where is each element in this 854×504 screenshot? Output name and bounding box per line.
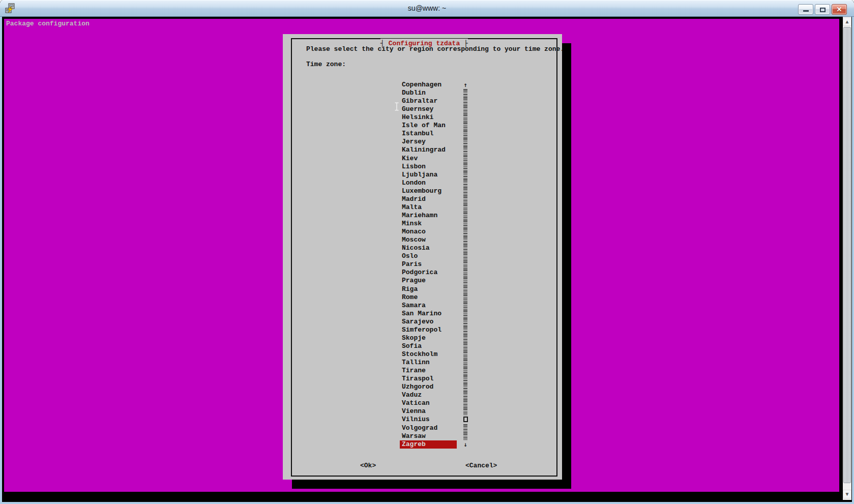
- list-item[interactable]: Ljubljana: [400, 171, 457, 179]
- window-scrollbar[interactable]: ▲ ▼: [843, 17, 851, 500]
- scrollbar-up-button[interactable]: ▲: [843, 17, 851, 26]
- scrollbar-shade-block: [463, 350, 467, 359]
- scrollbar-shade-block: [463, 163, 467, 171]
- scrollbar-shade-block: [463, 105, 467, 113]
- list-item[interactable]: Copenhagen: [400, 81, 457, 89]
- list-item[interactable]: Minsk: [400, 220, 457, 228]
- list-item[interactable]: Guernsey: [400, 105, 457, 113]
- scrollbar-shade-block: [463, 269, 467, 277]
- list-item[interactable]: Kaliningrad: [400, 146, 457, 154]
- list-item[interactable]: Tiraspol: [400, 375, 457, 383]
- minimize-icon: [803, 10, 809, 12]
- list-item[interactable]: Samara: [400, 302, 457, 310]
- list-item[interactable]: Tirane: [400, 367, 457, 375]
- scrollbar-shade-block: [463, 399, 467, 407]
- minimize-button[interactable]: [798, 4, 813, 15]
- scrollbar-shade-block: [463, 302, 467, 310]
- list-item-selected[interactable]: Zagreb: [400, 440, 457, 449]
- list-item[interactable]: Warsaw: [400, 432, 457, 440]
- list-item[interactable]: London: [400, 179, 457, 187]
- list-item[interactable]: Vatican: [400, 399, 457, 407]
- scrollbar-shade-block: [463, 203, 467, 212]
- scrollbar-shade-block: [463, 122, 467, 130]
- list-item[interactable]: Sofia: [400, 342, 457, 350]
- scrollbar-down-button[interactable]: ▼: [843, 490, 851, 498]
- list-item[interactable]: San Marino: [400, 310, 457, 318]
- timezone-field-label: Time zone:: [306, 61, 346, 68]
- list-item[interactable]: Isle of Man: [400, 122, 457, 130]
- list-item[interactable]: Rome: [400, 293, 457, 302]
- putty-window: su@www: ~ ✕ Package configuration ▲ ▼ ┤ …: [0, 0, 854, 504]
- scrollbar-thumb[interactable]: [843, 27, 851, 483]
- scrollbar-shade-block: [463, 130, 467, 138]
- maximize-button[interactable]: [815, 4, 830, 15]
- scrollbar-shade-block: [463, 228, 467, 236]
- scrollbar-position-box: [463, 417, 468, 422]
- scrollbar-shade-block: [463, 138, 467, 146]
- list-item[interactable]: Monaco: [400, 228, 457, 236]
- list-item[interactable]: Mariehamn: [400, 212, 457, 220]
- text-cursor-pointer: [394, 102, 399, 111]
- list-item[interactable]: Gibraltar: [400, 97, 457, 105]
- close-icon: ✕: [832, 5, 846, 14]
- scrollbar-shade-block: [463, 97, 467, 105]
- scrollbar-shade-block: [463, 432, 467, 440]
- scrollbar-shade-block: [463, 424, 467, 432]
- list-item[interactable]: Madrid: [400, 195, 457, 203]
- list-item[interactable]: Moscow: [400, 236, 457, 244]
- list-item[interactable]: Nicosia: [400, 244, 457, 252]
- scrollbar-shade-block: [463, 391, 467, 399]
- tzdata-dialog: ┤ Configuring tzdata ├ Please select the…: [283, 34, 562, 480]
- list-item[interactable]: Vilnius: [400, 416, 457, 424]
- title-bar[interactable]: su@www: ~ ✕: [0, 0, 854, 17]
- scrollbar-shade-block: [463, 367, 467, 375]
- close-button[interactable]: ✕: [832, 4, 847, 15]
- scrollbar-shade-block: [463, 195, 467, 203]
- scrollbar-shade-block: [463, 310, 467, 318]
- list-item[interactable]: Oslo: [400, 252, 457, 260]
- scrollbar-shade-block: [463, 318, 467, 326]
- list-item[interactable]: Luxembourg: [400, 187, 457, 195]
- list-item[interactable]: Vienna: [400, 407, 457, 416]
- scrollbar-shade-block: [463, 113, 467, 122]
- list-item[interactable]: Paris: [400, 260, 457, 269]
- list-item[interactable]: Uzhgorod: [400, 383, 457, 391]
- scrollbar-shade-block: [463, 244, 467, 252]
- list-item[interactable]: Volgograd: [400, 424, 457, 432]
- scrollbar-shade-block: [463, 342, 467, 350]
- ok-button[interactable]: <Ok>: [360, 462, 376, 469]
- list-item[interactable]: Istanbul: [400, 130, 457, 138]
- scrollbar-shade-block: [463, 252, 467, 260]
- window-title: su@www: ~: [0, 0, 854, 17]
- dialog-border: ┤ Configuring tzdata ├ Please select the…: [291, 38, 557, 477]
- list-item[interactable]: Stockholm: [400, 350, 457, 359]
- scrollbar-shade-block: [463, 359, 467, 367]
- scrollbar-shade-block: [463, 155, 467, 163]
- list-item[interactable]: Sarajevo: [400, 318, 457, 326]
- list-item[interactable]: Helsinki: [400, 113, 457, 122]
- scrollbar-shade-block: [463, 375, 467, 383]
- scrollbar-shade-block: [463, 146, 467, 154]
- cancel-button[interactable]: <Cancel>: [465, 462, 497, 469]
- list-item[interactable]: Tallinn: [400, 359, 457, 367]
- window-border-right: [852, 17, 854, 504]
- list-item[interactable]: Prague: [400, 277, 457, 285]
- list-item[interactable]: Podgorica: [400, 269, 457, 277]
- scrollbar-shade-block: [463, 236, 467, 244]
- list-item[interactable]: Vaduz: [400, 391, 457, 399]
- scrollbar-shade-block: [463, 260, 467, 269]
- list-item[interactable]: Malta: [400, 203, 457, 212]
- scrollbar-shade-block: [463, 383, 467, 391]
- list-item[interactable]: Jersey: [400, 138, 457, 146]
- scrollbar-shade-block: [463, 285, 467, 293]
- list-item[interactable]: Skopje: [400, 334, 457, 342]
- list-item[interactable]: Lisbon: [400, 163, 457, 171]
- scrollbar-shade-block: [463, 187, 467, 195]
- scroll-up-arrow-icon: ↑: [463, 81, 467, 89]
- window-border-bottom: [0, 502, 854, 504]
- list-item[interactable]: Simferopol: [400, 326, 457, 334]
- package-configuration-header: Package configuration: [6, 20, 90, 27]
- list-item[interactable]: Dublin: [400, 89, 457, 97]
- list-item[interactable]: Kiev: [400, 155, 457, 163]
- list-item[interactable]: Riga: [400, 285, 457, 293]
